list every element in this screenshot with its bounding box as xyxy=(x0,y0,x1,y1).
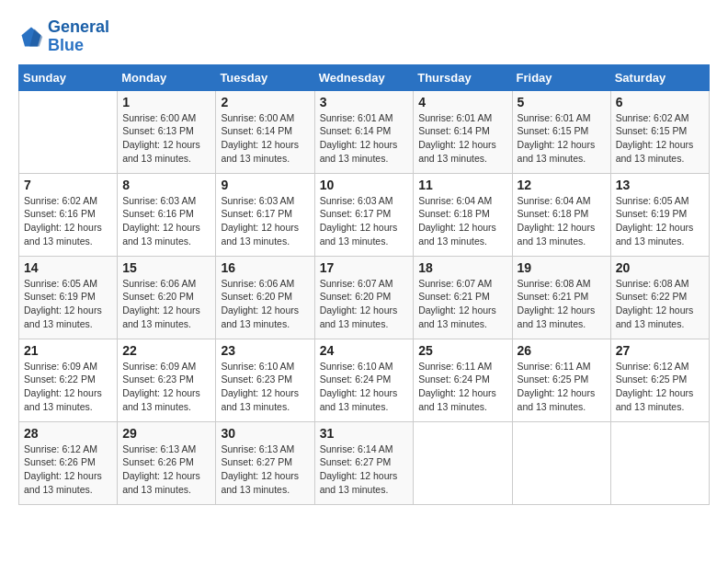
calendar-cell: 2Sunrise: 6:00 AM Sunset: 6:14 PM Daylig… xyxy=(216,90,314,173)
day-number: 8 xyxy=(122,178,210,192)
calendar-cell: 29Sunrise: 6:13 AM Sunset: 6:26 PM Dayli… xyxy=(118,421,216,504)
calendar-cell: 31Sunrise: 6:14 AM Sunset: 6:27 PM Dayli… xyxy=(314,421,414,504)
day-info: Sunrise: 6:01 AM Sunset: 6:15 PM Dayligh… xyxy=(518,111,606,166)
day-info: Sunrise: 6:09 AM Sunset: 6:22 PM Dayligh… xyxy=(24,360,112,414)
logo-icon xyxy=(18,24,44,50)
day-info: Sunrise: 6:02 AM Sunset: 6:16 PM Dayligh… xyxy=(24,194,112,248)
day-number: 30 xyxy=(221,426,309,441)
calendar-week-row: 1Sunrise: 6:00 AM Sunset: 6:13 PM Daylig… xyxy=(19,90,710,173)
day-number: 27 xyxy=(616,343,704,358)
day-number: 15 xyxy=(122,260,210,275)
day-number: 20 xyxy=(616,260,704,275)
day-info: Sunrise: 6:14 AM Sunset: 6:27 PM Dayligh… xyxy=(320,442,409,497)
day-number: 18 xyxy=(418,260,506,275)
calendar-cell: 14Sunrise: 6:05 AM Sunset: 6:19 PM Dayli… xyxy=(19,256,118,339)
day-info: Sunrise: 6:06 AM Sunset: 6:20 PM Dayligh… xyxy=(122,277,210,331)
weekday-header-wednesday: Wednesday xyxy=(314,64,414,90)
day-info: Sunrise: 6:07 AM Sunset: 6:20 PM Dayligh… xyxy=(320,277,409,331)
calendar-cell: 30Sunrise: 6:13 AM Sunset: 6:27 PM Dayli… xyxy=(216,421,314,504)
day-number: 11 xyxy=(418,178,506,192)
calendar-cell xyxy=(512,421,610,504)
weekday-header-sunday: Sunday xyxy=(19,64,118,90)
calendar-cell: 8Sunrise: 6:03 AM Sunset: 6:16 PM Daylig… xyxy=(118,173,216,256)
day-number: 7 xyxy=(24,178,112,192)
day-number: 9 xyxy=(221,178,309,192)
day-number: 31 xyxy=(320,426,409,441)
calendar-cell: 12Sunrise: 6:04 AM Sunset: 6:18 PM Dayli… xyxy=(512,173,610,256)
day-number: 28 xyxy=(24,426,112,441)
day-info: Sunrise: 6:11 AM Sunset: 6:25 PM Dayligh… xyxy=(518,360,606,414)
calendar-cell: 3Sunrise: 6:01 AM Sunset: 6:14 PM Daylig… xyxy=(314,90,414,173)
day-number: 3 xyxy=(320,95,409,109)
day-info: Sunrise: 6:07 AM Sunset: 6:21 PM Dayligh… xyxy=(418,277,506,331)
day-info: Sunrise: 6:03 AM Sunset: 6:17 PM Dayligh… xyxy=(221,194,309,248)
calendar-cell: 17Sunrise: 6:07 AM Sunset: 6:20 PM Dayli… xyxy=(314,256,414,339)
day-info: Sunrise: 6:11 AM Sunset: 6:24 PM Dayligh… xyxy=(418,360,506,414)
calendar-cell: 4Sunrise: 6:01 AM Sunset: 6:14 PM Daylig… xyxy=(414,90,512,173)
weekday-header-monday: Monday xyxy=(118,64,216,90)
calendar-week-row: 28Sunrise: 6:12 AM Sunset: 6:26 PM Dayli… xyxy=(19,421,710,504)
calendar-cell: 13Sunrise: 6:05 AM Sunset: 6:19 PM Dayli… xyxy=(610,173,709,256)
calendar-cell: 7Sunrise: 6:02 AM Sunset: 6:16 PM Daylig… xyxy=(19,173,118,256)
calendar-cell: 9Sunrise: 6:03 AM Sunset: 6:17 PM Daylig… xyxy=(216,173,314,256)
weekday-header-row: SundayMondayTuesdayWednesdayThursdayFrid… xyxy=(19,64,710,90)
calendar-cell: 25Sunrise: 6:11 AM Sunset: 6:24 PM Dayli… xyxy=(414,339,512,421)
day-info: Sunrise: 6:05 AM Sunset: 6:19 PM Dayligh… xyxy=(24,277,112,331)
day-info: Sunrise: 6:09 AM Sunset: 6:23 PM Dayligh… xyxy=(122,360,210,414)
day-info: Sunrise: 6:03 AM Sunset: 6:17 PM Dayligh… xyxy=(320,194,409,248)
day-number: 23 xyxy=(221,343,309,358)
weekday-header-saturday: Saturday xyxy=(610,64,709,90)
day-number: 25 xyxy=(418,343,506,358)
calendar-cell xyxy=(610,421,709,504)
logo-text: General Blue xyxy=(48,18,109,55)
day-number: 12 xyxy=(518,178,606,192)
weekday-header-thursday: Thursday xyxy=(414,64,512,90)
day-number: 19 xyxy=(518,260,606,275)
calendar-cell: 15Sunrise: 6:06 AM Sunset: 6:20 PM Dayli… xyxy=(118,256,216,339)
day-info: Sunrise: 6:10 AM Sunset: 6:23 PM Dayligh… xyxy=(221,360,309,414)
weekday-header-tuesday: Tuesday xyxy=(216,64,314,90)
day-number: 14 xyxy=(24,260,112,275)
calendar-cell xyxy=(414,421,512,504)
day-info: Sunrise: 6:00 AM Sunset: 6:13 PM Dayligh… xyxy=(122,111,210,166)
calendar-cell: 24Sunrise: 6:10 AM Sunset: 6:24 PM Dayli… xyxy=(314,339,414,421)
day-info: Sunrise: 6:08 AM Sunset: 6:22 PM Dayligh… xyxy=(616,277,704,331)
calendar-cell: 1Sunrise: 6:00 AM Sunset: 6:13 PM Daylig… xyxy=(118,90,216,173)
calendar-table: SundayMondayTuesdayWednesdayThursdayFrid… xyxy=(18,64,710,505)
day-info: Sunrise: 6:00 AM Sunset: 6:14 PM Dayligh… xyxy=(221,111,309,166)
day-info: Sunrise: 6:08 AM Sunset: 6:21 PM Dayligh… xyxy=(518,277,606,331)
calendar-cell: 20Sunrise: 6:08 AM Sunset: 6:22 PM Dayli… xyxy=(610,256,709,339)
day-info: Sunrise: 6:04 AM Sunset: 6:18 PM Dayligh… xyxy=(518,194,606,248)
day-info: Sunrise: 6:12 AM Sunset: 6:25 PM Dayligh… xyxy=(616,360,704,414)
weekday-header-friday: Friday xyxy=(512,64,610,90)
day-number: 4 xyxy=(418,95,506,109)
day-number: 16 xyxy=(221,260,309,275)
calendar-cell: 26Sunrise: 6:11 AM Sunset: 6:25 PM Dayli… xyxy=(512,339,610,421)
day-info: Sunrise: 6:12 AM Sunset: 6:26 PM Dayligh… xyxy=(24,442,112,497)
calendar-cell xyxy=(19,90,118,173)
day-number: 5 xyxy=(518,95,606,109)
day-number: 17 xyxy=(320,260,409,275)
day-number: 24 xyxy=(320,343,409,358)
page-header: General Blue xyxy=(18,18,710,55)
calendar-week-row: 21Sunrise: 6:09 AM Sunset: 6:22 PM Dayli… xyxy=(19,339,710,421)
calendar-cell: 22Sunrise: 6:09 AM Sunset: 6:23 PM Dayli… xyxy=(118,339,216,421)
calendar-cell: 23Sunrise: 6:10 AM Sunset: 6:23 PM Dayli… xyxy=(216,339,314,421)
day-number: 26 xyxy=(518,343,606,358)
day-number: 2 xyxy=(221,95,309,109)
day-info: Sunrise: 6:13 AM Sunset: 6:27 PM Dayligh… xyxy=(221,442,309,497)
day-info: Sunrise: 6:10 AM Sunset: 6:24 PM Dayligh… xyxy=(320,360,409,414)
calendar-cell: 6Sunrise: 6:02 AM Sunset: 6:15 PM Daylig… xyxy=(610,90,709,173)
day-number: 21 xyxy=(24,343,112,358)
day-number: 29 xyxy=(122,426,210,441)
calendar-cell: 11Sunrise: 6:04 AM Sunset: 6:18 PM Dayli… xyxy=(414,173,512,256)
logo: General Blue xyxy=(18,18,109,55)
calendar-cell: 5Sunrise: 6:01 AM Sunset: 6:15 PM Daylig… xyxy=(512,90,610,173)
day-info: Sunrise: 6:03 AM Sunset: 6:16 PM Dayligh… xyxy=(122,194,210,248)
calendar-cell: 18Sunrise: 6:07 AM Sunset: 6:21 PM Dayli… xyxy=(414,256,512,339)
calendar-cell: 27Sunrise: 6:12 AM Sunset: 6:25 PM Dayli… xyxy=(610,339,709,421)
day-info: Sunrise: 6:01 AM Sunset: 6:14 PM Dayligh… xyxy=(418,111,506,166)
day-info: Sunrise: 6:06 AM Sunset: 6:20 PM Dayligh… xyxy=(221,277,309,331)
day-info: Sunrise: 6:05 AM Sunset: 6:19 PM Dayligh… xyxy=(616,194,704,248)
calendar-cell: 10Sunrise: 6:03 AM Sunset: 6:17 PM Dayli… xyxy=(314,173,414,256)
